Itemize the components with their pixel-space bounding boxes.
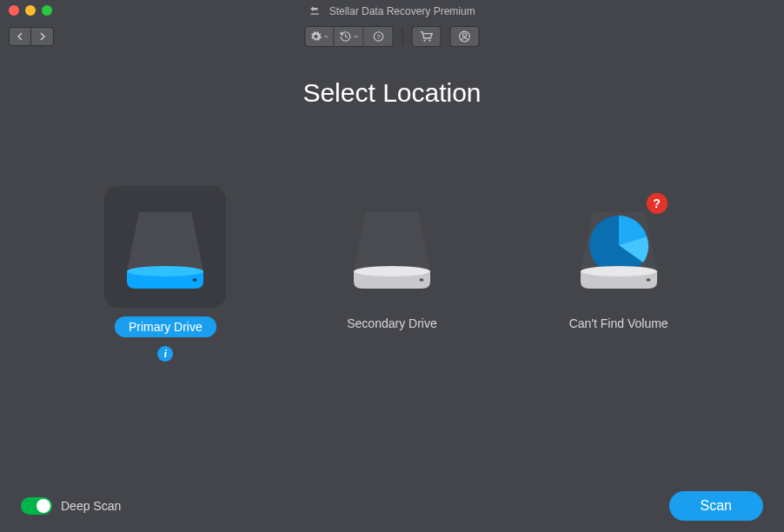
info-icon[interactable]: i bbox=[157, 346, 173, 362]
chevron-down-icon bbox=[353, 34, 358, 39]
nav-forward-button[interactable] bbox=[31, 27, 54, 46]
cart-icon bbox=[420, 30, 434, 43]
settings-button[interactable] bbox=[305, 26, 335, 47]
drive-thumbnail bbox=[331, 186, 453, 308]
nav-back-button[interactable] bbox=[9, 27, 31, 46]
drive-list: Primary Drive i Secondary Drive ? bbox=[35, 186, 749, 362]
svg-point-7 bbox=[127, 266, 203, 276]
main-panel: Select Location Primary Drive i bbox=[0, 52, 784, 362]
user-button[interactable] bbox=[450, 26, 480, 47]
svg-point-14 bbox=[581, 266, 657, 276]
scan-button[interactable]: Scan bbox=[669, 491, 763, 521]
drive-label-unknown: Can't Find Volume bbox=[569, 316, 668, 330]
drive-label-primary: Primary Drive bbox=[115, 316, 216, 337]
titlebar: Stellar Data Recovery Premium bbox=[0, 0, 784, 21]
svg-point-3 bbox=[429, 40, 431, 42]
help-button[interactable]: ? bbox=[364, 26, 394, 47]
svg-point-15 bbox=[646, 278, 650, 282]
back-arrow-icon bbox=[309, 4, 321, 17]
deep-scan-toggle-group: Deep Scan bbox=[21, 497, 121, 515]
hard-drive-icon bbox=[340, 195, 444, 299]
svg-point-10 bbox=[354, 266, 430, 276]
nav-group bbox=[9, 27, 54, 46]
close-window-icon[interactable] bbox=[9, 5, 19, 16]
history-icon bbox=[339, 30, 351, 43]
toolbar: ? bbox=[0, 21, 784, 52]
question-badge: ? bbox=[647, 193, 668, 214]
svg-point-11 bbox=[419, 278, 423, 282]
svg-text:?: ? bbox=[376, 33, 380, 41]
deep-scan-toggle[interactable] bbox=[21, 497, 52, 515]
svg-point-2 bbox=[424, 40, 426, 42]
drive-thumbnail bbox=[104, 186, 226, 308]
drive-item-primary[interactable]: Primary Drive i bbox=[78, 186, 252, 362]
user-icon bbox=[459, 30, 471, 43]
toolbar-divider bbox=[402, 28, 403, 45]
gear-icon bbox=[310, 30, 322, 43]
chevron-left-icon bbox=[16, 32, 24, 41]
deep-scan-label: Deep Scan bbox=[61, 499, 121, 513]
svg-point-8 bbox=[193, 278, 197, 282]
question-icon: ? bbox=[372, 30, 384, 43]
window-title: Stellar Data Recovery Premium bbox=[0, 4, 784, 17]
chevron-down-icon bbox=[324, 34, 329, 39]
toolbar-button-group: ? bbox=[305, 26, 394, 47]
history-button[interactable] bbox=[335, 26, 364, 47]
page-title: Select Location bbox=[35, 78, 749, 108]
window-controls bbox=[9, 5, 52, 16]
app-title-text: Stellar Data Recovery Premium bbox=[329, 4, 475, 17]
hard-drive-icon bbox=[113, 195, 217, 299]
drive-item-unknown[interactable]: ? Can't Find Volum bbox=[532, 186, 706, 330]
cart-button[interactable] bbox=[412, 26, 442, 47]
footer: Deep Scan Scan bbox=[0, 480, 784, 532]
drive-thumbnail: ? bbox=[558, 186, 680, 308]
minimize-window-icon[interactable] bbox=[25, 5, 36, 16]
drive-item-secondary[interactable]: Secondary Drive bbox=[305, 186, 479, 330]
chevron-right-icon bbox=[38, 32, 47, 41]
drive-label-secondary: Secondary Drive bbox=[347, 316, 437, 330]
svg-point-5 bbox=[462, 33, 466, 37]
toolbar-center: ? bbox=[305, 26, 480, 47]
zoom-window-icon[interactable] bbox=[42, 5, 52, 16]
